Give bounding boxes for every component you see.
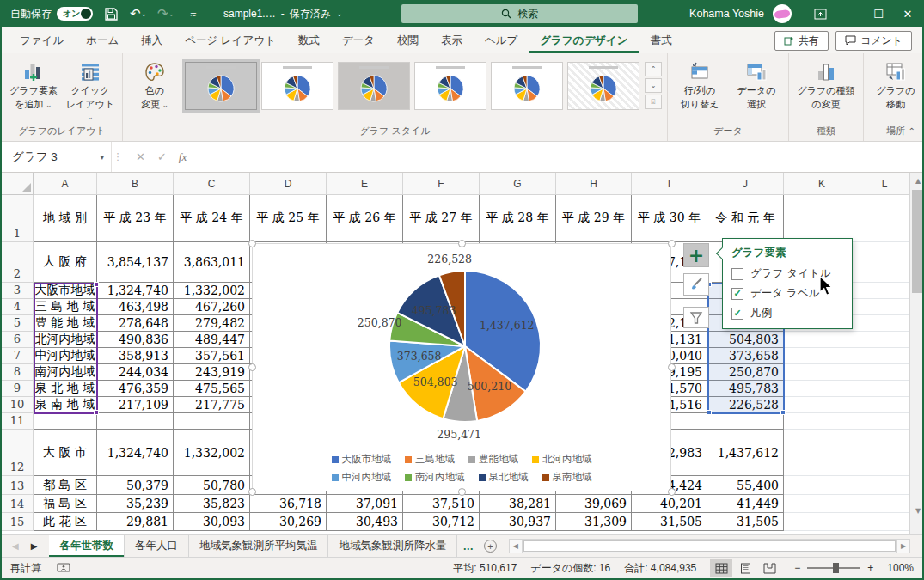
cell-K11[interactable] [784, 413, 860, 430]
cell-L14[interactable] [860, 495, 909, 513]
cell-K8[interactable] [784, 364, 860, 381]
cancel-icon[interactable]: ✕ [136, 150, 145, 163]
legend-item-2[interactable]: 豊能地域 [468, 453, 518, 466]
move-chart-button[interactable]: グラフの 移動 [869, 57, 922, 111]
enter-icon[interactable]: ✓ [157, 150, 167, 163]
cell-B13[interactable]: 50,379 [97, 476, 174, 495]
avatar[interactable] [773, 4, 792, 23]
chart-resize-handle[interactable] [668, 240, 676, 247]
gallery-scroll-down-icon[interactable]: ⌄ [645, 78, 662, 93]
cell-J15[interactable]: 31,505 [707, 513, 784, 531]
cell-L15[interactable] [860, 513, 909, 531]
cell-J13[interactable]: 55,400 [707, 476, 784, 495]
undo-icon[interactable]: ↶⌄ [129, 4, 148, 23]
cell-L12[interactable] [860, 430, 909, 476]
zoom-slider-thumb[interactable] [833, 563, 839, 573]
row-header-9[interactable]: 9 [2, 381, 34, 397]
chart-style-thumb-5[interactable] [491, 62, 563, 110]
column-header-G[interactable]: G [480, 173, 556, 195]
cell-L5[interactable] [860, 315, 909, 332]
cell-B4[interactable]: 463,498 [97, 299, 174, 315]
legend-item-1[interactable]: 三島地域 [405, 453, 455, 466]
column-header-K[interactable]: K [784, 173, 860, 195]
cell-K9[interactable] [784, 381, 860, 397]
legend-item-0[interactable]: 大阪市地域 [332, 453, 392, 466]
cell-F15[interactable]: 30,712 [403, 513, 480, 531]
cell-F1[interactable]: 平 成 27 年 [403, 195, 480, 242]
collapse-ribbon-icon[interactable]: ⌃ [909, 126, 915, 136]
cell-B2[interactable]: 3,854,137 [97, 242, 174, 283]
ribbon-tab-8[interactable]: ヘルプ [474, 27, 529, 53]
checkbox-checked-icon[interactable]: ✓ [731, 288, 743, 300]
comments-button[interactable]: コメント [835, 31, 912, 51]
chart-resize-handle[interactable] [668, 488, 676, 496]
column-header-E[interactable]: E [327, 173, 403, 195]
chart-resize-handle[interactable] [248, 488, 256, 496]
column-header-F[interactable]: F [403, 173, 480, 195]
data-label-2[interactable]: 295,471 [437, 428, 481, 441]
cell-B12[interactable]: 1,324,740 [97, 430, 174, 476]
column-header-C[interactable]: C [174, 173, 250, 195]
status-count[interactable]: データの個数: 16 [530, 561, 610, 576]
sheet-tab-0[interactable]: 各年世帯数 [49, 535, 125, 557]
cell-K10[interactable] [784, 397, 860, 413]
cell-L2[interactable] [860, 242, 909, 283]
vscroll-up-icon[interactable]: ▲ [910, 173, 924, 188]
data-label-3[interactable]: 504,803 [413, 375, 458, 388]
zoom-slider[interactable] [807, 567, 860, 569]
cell-I1[interactable]: 平 成 30 年 [632, 195, 707, 242]
cell-J14[interactable]: 41,449 [707, 495, 784, 513]
column-header-I[interactable]: I [632, 173, 707, 195]
cell-C13[interactable]: 50,780 [174, 476, 250, 495]
cell-C10[interactable]: 217,775 [174, 397, 250, 413]
cell-B11[interactable] [97, 413, 174, 430]
row-header-1[interactable]: 1 [2, 195, 34, 242]
cell-K1[interactable] [784, 195, 860, 242]
cell-K14[interactable] [784, 495, 860, 513]
cell-G15[interactable]: 30,937 [480, 513, 556, 531]
cell-A2[interactable]: 大 阪 府 [34, 242, 97, 283]
ribbon-tab-10[interactable]: 書式 [639, 27, 683, 53]
chart-elements-button[interactable]: + [683, 243, 709, 267]
cell-L4[interactable] [860, 299, 909, 315]
cell-E1[interactable]: 平 成 26 年 [327, 195, 403, 242]
cell-I15[interactable]: 31,505 [632, 513, 707, 531]
sheet-tab-2[interactable]: 地域気象観測所平均気温 [189, 535, 329, 557]
cell-B8[interactable]: 244,034 [97, 364, 174, 381]
chart-category-range-highlight[interactable] [34, 283, 98, 414]
horizontal-scrollbar[interactable] [523, 539, 896, 553]
maximize-button[interactable]: ☐ [864, 0, 893, 27]
cell-B9[interactable]: 476,359 [97, 381, 174, 397]
cell-D14[interactable]: 36,718 [250, 495, 327, 513]
worksheet-grid[interactable]: ABCDEFGHIJKL1地 域 別平 成 23 年平 成 24 年平 成 25… [2, 173, 924, 534]
search-input[interactable]: 検索 [401, 4, 638, 23]
insert-function-icon[interactable]: fx [179, 150, 187, 164]
pie-chart[interactable]: 1,437,612500,210295,471504,803373,658250… [252, 243, 671, 491]
chart-resize-handle[interactable] [458, 488, 466, 496]
cell-B3[interactable]: 1,324,740 [97, 283, 174, 299]
cell-K12[interactable] [784, 430, 860, 476]
cell-K15[interactable] [784, 513, 860, 531]
save-status[interactable]: 保存済み [290, 7, 331, 21]
range-handle[interactable] [94, 410, 99, 415]
data-label-1[interactable]: 500,210 [467, 380, 511, 393]
gallery-more-icon[interactable]: ⍗ [645, 95, 662, 109]
close-button[interactable]: ✕ [893, 0, 922, 27]
row-header-3[interactable]: 3 [2, 283, 34, 299]
row-header-15[interactable]: 15 [2, 513, 34, 531]
cell-A13[interactable]: 都 島 区 [34, 476, 97, 495]
new-sheet-button[interactable]: + [479, 535, 502, 557]
cell-B15[interactable]: 29,881 [97, 513, 174, 531]
change-colors-button[interactable]: 色の 変更 [128, 57, 181, 111]
view-page-break-icon[interactable] [758, 559, 780, 577]
cell-C5[interactable]: 279,482 [174, 315, 250, 332]
chart-style-thumb-6[interactable] [567, 62, 639, 110]
select-data-button[interactable]: データの 選択 [730, 57, 783, 111]
cell-K6[interactable] [784, 332, 860, 348]
sheet-nav-left-icon[interactable]: ◀ [12, 541, 19, 551]
legend-item-3[interactable]: 北河内地域 [532, 453, 592, 466]
legend-item-7[interactable]: 泉南地域 [542, 471, 592, 484]
autosave-switch[interactable]: オン [57, 7, 93, 21]
change-chart-type-button[interactable]: グラフの種類 の変更 [794, 57, 858, 111]
chart-resize-handle[interactable] [248, 240, 256, 247]
